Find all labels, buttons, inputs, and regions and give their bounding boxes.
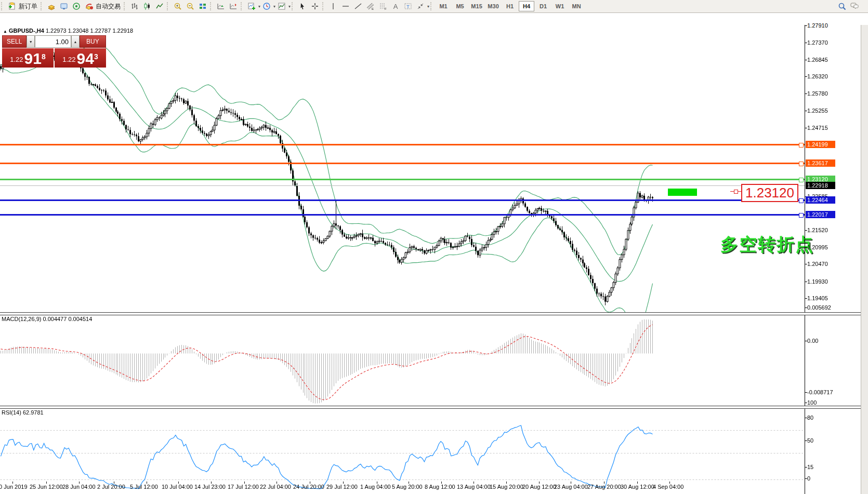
macd-axis-max: 0.005692 bbox=[807, 304, 831, 311]
zoom-out-icon[interactable] bbox=[185, 1, 196, 11]
sell-button[interactable]: SELL bbox=[2, 35, 27, 48]
price-axis-line bbox=[805, 25, 805, 494]
rsi-label: RSI(14) 62.9781 bbox=[2, 409, 44, 416]
timeframe-h4[interactable]: H4 bbox=[519, 1, 534, 11]
arrows-icon[interactable] bbox=[415, 1, 426, 11]
chat-icon[interactable] bbox=[849, 1, 860, 11]
svg-text:F: F bbox=[385, 7, 387, 10]
price-chart-canvas[interactable] bbox=[0, 25, 805, 312]
ask-price-sup: 3 bbox=[94, 47, 98, 66]
horizontal-line-object[interactable] bbox=[0, 179, 805, 180]
horizontal-line-object[interactable] bbox=[0, 214, 805, 216]
market-watch-icon[interactable] bbox=[46, 1, 57, 11]
fibonacci-icon[interactable]: F bbox=[377, 1, 389, 11]
time-axis-tick bbox=[409, 482, 409, 484]
text-icon[interactable]: A bbox=[390, 1, 401, 11]
timeframe-mn[interactable]: MN bbox=[569, 1, 584, 11]
auto-scroll-icon[interactable] bbox=[215, 1, 227, 11]
price-tick-label: 1.26845 bbox=[807, 56, 828, 63]
timeframe-m15[interactable]: M15 bbox=[469, 1, 484, 11]
price-line-label: 1.24199 bbox=[806, 141, 835, 148]
chart-shift-icon[interactable] bbox=[228, 1, 239, 11]
rsi-axis-label: 50 bbox=[807, 437, 813, 444]
horizontal-line-object[interactable] bbox=[0, 144, 805, 145]
price-callout-box[interactable]: 1.23120 bbox=[741, 184, 798, 202]
line-anchor-marker bbox=[799, 178, 804, 182]
time-axis-label: 2 Jul 20:00 bbox=[97, 484, 125, 490]
rsi-canvas[interactable] bbox=[0, 408, 805, 494]
volume-decrease-button[interactable]: ▼ bbox=[27, 35, 35, 48]
tile-windows-icon[interactable] bbox=[197, 1, 208, 11]
crosshair-icon[interactable] bbox=[309, 1, 321, 11]
open-value: 1.22973 bbox=[46, 28, 67, 34]
periods-icon[interactable] bbox=[261, 1, 272, 11]
arrows-caret[interactable]: ▾ bbox=[427, 4, 429, 9]
price-tick-mark bbox=[805, 264, 807, 264]
time-axis-label: 30 Aug 12:00 bbox=[621, 484, 654, 490]
line-chart-icon[interactable] bbox=[154, 1, 165, 11]
zoom-in-icon[interactable] bbox=[172, 1, 183, 11]
horizontal-line-icon[interactable] bbox=[340, 1, 351, 11]
timeframe-m5[interactable]: M5 bbox=[452, 1, 468, 11]
bid-price-big: 91 bbox=[24, 51, 42, 66]
time-axis-label: 13 Aug 04:00 bbox=[457, 484, 491, 490]
time-axis-label: 5 Jul 12:00 bbox=[130, 484, 158, 490]
time-axis-label: 14 Jul 23:00 bbox=[194, 484, 226, 490]
cursor-icon[interactable] bbox=[297, 1, 308, 11]
current-price-line bbox=[0, 185, 805, 186]
symbol-label: GBPUSD-,H4 bbox=[9, 28, 44, 34]
price-tick-mark bbox=[805, 298, 807, 299]
strategy-tester-icon[interactable] bbox=[71, 1, 82, 11]
templates-icon[interactable] bbox=[276, 1, 287, 11]
trendline-icon[interactable] bbox=[352, 1, 364, 11]
timeframe-w1[interactable]: W1 bbox=[552, 1, 568, 11]
price-tick-mark bbox=[805, 230, 807, 231]
timeframe-d1[interactable]: D1 bbox=[535, 1, 551, 11]
vertical-line-icon[interactable] bbox=[327, 1, 339, 11]
time-axis-label: 28 Jun 04:00 bbox=[62, 484, 96, 490]
line-anchor-marker bbox=[799, 143, 804, 148]
volume-increase-button[interactable]: ▲ bbox=[71, 35, 80, 48]
equidistant-channel-icon[interactable]: E bbox=[365, 1, 376, 11]
time-axis-tick bbox=[669, 482, 670, 484]
data-window-icon[interactable] bbox=[58, 1, 70, 11]
price-tick-mark bbox=[805, 111, 807, 111]
indicators-caret[interactable]: ▾ bbox=[258, 4, 260, 9]
timeframe-m30[interactable]: M30 bbox=[485, 1, 501, 11]
auto-trading-icon[interactable] bbox=[83, 1, 95, 11]
line-anchor-marker bbox=[799, 213, 804, 218]
callout-anchor bbox=[734, 190, 738, 194]
new-order-label[interactable]: 新订单 bbox=[19, 2, 37, 11]
templates-caret[interactable]: ▾ bbox=[288, 4, 291, 9]
search-icon[interactable] bbox=[836, 1, 848, 11]
price-tick-mark bbox=[805, 43, 807, 43]
buy-button[interactable]: BUY bbox=[80, 35, 106, 48]
bar-chart-icon[interactable] bbox=[129, 1, 140, 11]
bid-price[interactable]: 1.22 91 8 bbox=[2, 48, 54, 68]
highlight-rectangle[interactable] bbox=[668, 189, 697, 196]
panel-divider[interactable] bbox=[0, 406, 861, 409]
turning-point-note[interactable]: 多空转折点 bbox=[720, 233, 814, 257]
periods-caret[interactable]: ▾ bbox=[273, 4, 275, 9]
horizontal-line-object[interactable] bbox=[0, 163, 805, 164]
price-tick-label: 1.24715 bbox=[807, 124, 828, 131]
toolbar-grip bbox=[322, 2, 326, 10]
macd-canvas[interactable] bbox=[0, 314, 805, 406]
new-order-icon[interactable] bbox=[6, 1, 18, 11]
rsi-axis-label: 0 bbox=[807, 475, 810, 482]
indicators-icon[interactable] bbox=[246, 1, 257, 11]
time-axis-label: 22 Jul 04:00 bbox=[260, 484, 291, 490]
auto-trading-label[interactable]: 自动交易 bbox=[96, 2, 121, 11]
volume-input[interactable] bbox=[35, 35, 71, 48]
timeframe-m1[interactable]: M1 bbox=[436, 1, 451, 11]
time-axis-label: 8 Aug 12:00 bbox=[425, 484, 455, 490]
panel-divider[interactable] bbox=[0, 312, 861, 315]
rsi-tick-mark bbox=[805, 403, 807, 403]
candlestick-chart-icon[interactable] bbox=[141, 1, 153, 11]
timeframe-h1[interactable]: H1 bbox=[502, 1, 518, 11]
ask-price[interactable]: 1.22 94 3 bbox=[55, 48, 106, 68]
horizontal-line-object[interactable] bbox=[0, 199, 805, 201]
text-label-icon[interactable]: T bbox=[402, 1, 414, 11]
toolbar-grip bbox=[167, 2, 170, 10]
macd-axis-zero: 0.00 bbox=[807, 337, 818, 344]
